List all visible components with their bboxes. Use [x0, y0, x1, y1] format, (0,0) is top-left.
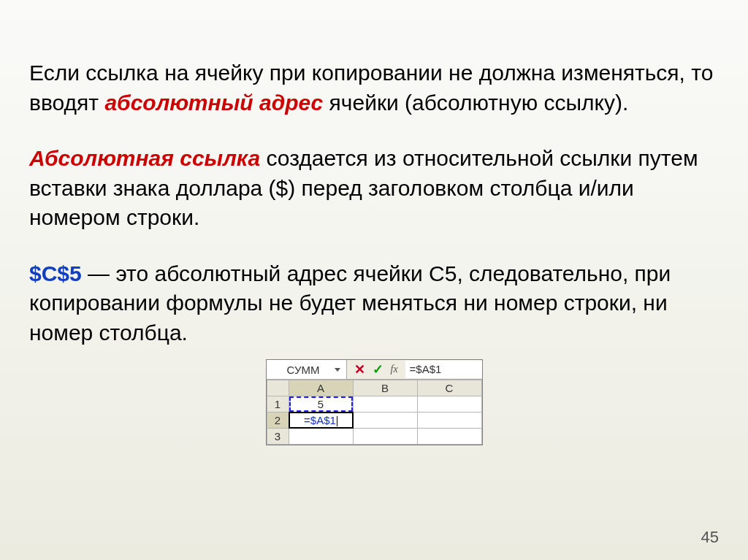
- page-number: 45: [701, 528, 719, 547]
- paragraph-2: Абсолютная ссылка создается из относител…: [29, 144, 719, 233]
- text: ячейки (абсолютную ссылку).: [323, 91, 628, 115]
- name-box-value: СУММ: [272, 364, 335, 376]
- spreadsheet-grid: A B C 1 5 2 =$A$1: [267, 380, 482, 445]
- cell-c2[interactable]: [417, 413, 481, 429]
- name-box[interactable]: СУММ: [267, 360, 347, 379]
- term-absolute-address: абсолютный адрес: [104, 91, 323, 115]
- cell-a1[interactable]: 5: [289, 396, 353, 413]
- paragraph-1: Если ссылка на ячейку при копировании не…: [29, 58, 719, 118]
- confirm-icon[interactable]: ✓: [373, 361, 383, 377]
- paragraph-3: $C$5 — это абсолютный адрес ячейки С5, с…: [29, 259, 719, 348]
- cell-value: =$A$1: [304, 414, 336, 426]
- cell-c1[interactable]: [417, 396, 481, 413]
- cell-value: 5: [318, 398, 324, 410]
- cell-c3[interactable]: [417, 429, 481, 445]
- row-header-3[interactable]: 3: [267, 429, 289, 445]
- cell-b3[interactable]: [353, 429, 417, 445]
- column-header-b[interactable]: B: [353, 380, 417, 396]
- term-absolute-reference: Абсолютная ссылка: [29, 146, 260, 170]
- cancel-icon[interactable]: ✕: [354, 361, 365, 377]
- column-header-a[interactable]: A: [289, 380, 353, 396]
- row-header-2[interactable]: 2: [267, 413, 289, 429]
- cell-b1[interactable]: [353, 396, 417, 413]
- spreadsheet-screenshot: СУММ ✕ ✓ fx =$A$1 A B C 1: [266, 359, 483, 445]
- cell-ref-example: $C$5: [29, 261, 82, 285]
- fx-icon[interactable]: fx: [391, 364, 398, 375]
- text-cursor: [337, 416, 337, 426]
- formula-input[interactable]: =$A$1: [405, 361, 482, 378]
- formula-bar: СУММ ✕ ✓ fx =$A$1: [267, 360, 482, 380]
- row-header-1[interactable]: 1: [267, 396, 289, 413]
- cell-a3[interactable]: [289, 429, 353, 445]
- cell-a2[interactable]: =$A$1: [289, 413, 353, 429]
- text: — это абсолютный адрес ячейки С5, следов…: [29, 261, 671, 345]
- chevron-down-icon: [335, 368, 340, 372]
- cell-b2[interactable]: [353, 413, 417, 429]
- select-all-corner[interactable]: [267, 380, 289, 396]
- column-header-c[interactable]: C: [417, 380, 481, 396]
